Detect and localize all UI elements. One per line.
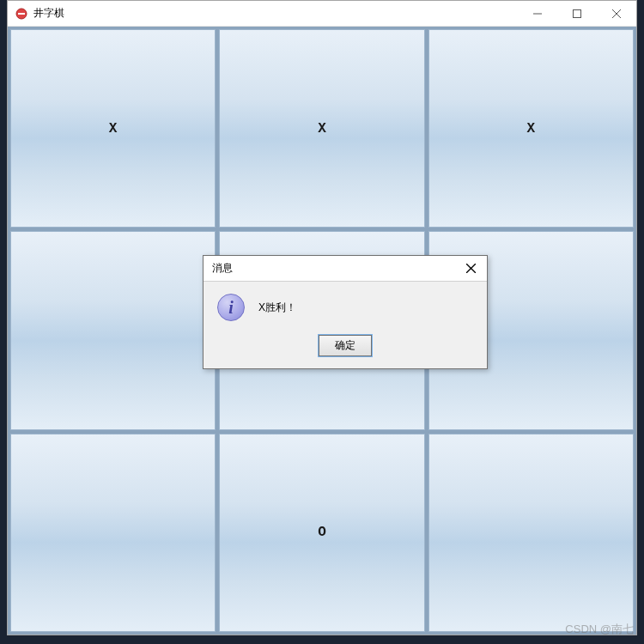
close-button[interactable] xyxy=(597,1,636,26)
cell-0-0[interactable]: X xyxy=(10,29,216,228)
ok-button[interactable]: 确定 xyxy=(319,335,372,356)
watermark: CSDN @南七 xyxy=(565,622,634,637)
dialog-title: 消息 xyxy=(212,261,461,276)
info-icon: i xyxy=(217,294,245,321)
dialog-close-button[interactable] xyxy=(461,259,480,278)
dialog-body: i X胜利！ xyxy=(204,282,487,330)
window-title: 井字棋 xyxy=(33,6,518,21)
svg-rect-3 xyxy=(574,9,581,17)
dialog-message: X胜利！ xyxy=(258,301,296,315)
cell-0-1[interactable]: X xyxy=(219,29,424,228)
minimize-button[interactable] xyxy=(518,1,557,26)
dialog-titlebar: 消息 xyxy=(204,256,487,282)
svg-rect-1 xyxy=(18,13,25,15)
titlebar: 井字棋 xyxy=(8,1,636,27)
cell-1-0[interactable] xyxy=(10,231,216,429)
message-dialog: 消息 i X胜利！ 确定 xyxy=(203,255,488,369)
app-icon xyxy=(15,7,28,21)
window-controls xyxy=(518,1,636,26)
dialog-footer: 确定 xyxy=(204,330,487,368)
cell-2-0[interactable] xyxy=(10,434,216,632)
cell-0-2[interactable]: X xyxy=(428,29,634,228)
cell-2-1[interactable]: O xyxy=(219,434,424,632)
cell-2-2[interactable] xyxy=(428,434,634,632)
maximize-button[interactable] xyxy=(557,1,597,26)
